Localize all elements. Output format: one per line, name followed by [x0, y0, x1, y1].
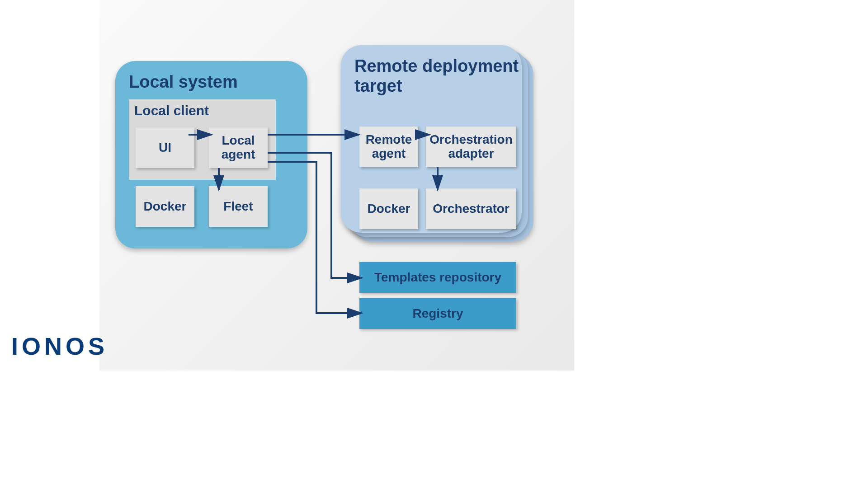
local-client-title: Local client: [134, 103, 209, 118]
orchestrator-box: Orchestrator: [426, 188, 516, 229]
local-agent-box: Local agent: [209, 127, 268, 168]
remote-agent-box: Remote agent: [359, 127, 418, 167]
local-docker-box: Docker: [136, 186, 194, 227]
orchestration-adapter-box: Orchestration adapter: [426, 127, 516, 167]
templates-repository-box: Templates repository: [359, 262, 516, 293]
remote-docker-box: Docker: [359, 188, 418, 229]
fleet-box: Fleet: [209, 186, 268, 227]
local-system-title: Local system: [129, 72, 238, 92]
ionos-logo: IONOS: [11, 332, 108, 360]
ui-box: UI: [136, 127, 194, 168]
remote-target-title: Remote deployment target: [354, 56, 522, 96]
registry-box: Registry: [359, 298, 516, 329]
